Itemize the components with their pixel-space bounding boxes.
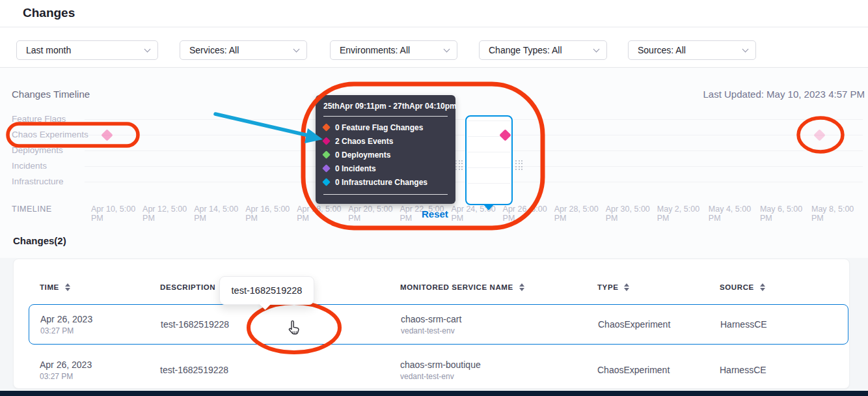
axis-tick-date: May 8, 5:00 xyxy=(811,205,861,214)
axis-tick: May 8, 5:00 PM xyxy=(811,205,861,223)
legend-label: 0 Infrastructure Changes xyxy=(335,178,427,187)
cursor-icon xyxy=(286,320,302,340)
legend-label: 0 Deployments xyxy=(335,150,390,160)
filter-dropdown[interactable]: Environments: All xyxy=(330,40,457,60)
column-header-label: TYPE xyxy=(597,283,618,291)
filter-bar: Last month Services: All Environments: A… xyxy=(0,27,868,68)
filter-dropdown-value: Services: All xyxy=(189,45,239,55)
bottom-bar xyxy=(0,391,868,396)
changes-page: Changes Last month Services: All Environ… xyxy=(0,0,868,396)
reset-button[interactable]: Reset xyxy=(422,208,448,219)
filter-dropdown[interactable]: Services: All xyxy=(180,40,307,60)
brush-gridline xyxy=(468,167,510,168)
legend-label: 0 Feature Flag Changes xyxy=(335,123,423,132)
chevron-down-icon xyxy=(293,46,300,53)
axis-tick-suffix: PM xyxy=(451,214,500,223)
axis-tick-date: Apr 14, 5:00 xyxy=(194,205,243,214)
filter-dropdown-value: Sources: All xyxy=(638,45,686,55)
axis-tick: May 2, 5:00 PM xyxy=(657,205,707,223)
filter-dropdown[interactable]: Sources: All xyxy=(628,40,756,60)
cell-monitored-service: chaos-srm-cartvedant-test-env xyxy=(401,305,461,344)
column-header-label: SOURCE xyxy=(720,283,754,291)
changes-timeline-section: Changes Timeline Last Updated: May 10, 2… xyxy=(0,68,868,258)
axis-tick-date: May 4, 5:00 xyxy=(709,205,758,214)
timeline-axis-label: TIMELINE xyxy=(12,205,52,214)
sort-icon[interactable] xyxy=(760,283,765,291)
changes-count-title: Changes(2) xyxy=(13,235,66,246)
sort-icon[interactable] xyxy=(624,283,629,291)
axis-tick: Apr 20, 5:00 PM xyxy=(348,205,398,223)
axis-tick-date: Apr 16, 5:00 xyxy=(245,205,295,214)
axis-tick-suffix: PM xyxy=(348,214,398,223)
table-row[interactable]: Apr 26, 202303:27 PM test-1682519228 cha… xyxy=(29,350,848,389)
axis-tick-date: Apr 26, 5:00 xyxy=(503,205,552,214)
column-header[interactable]: MONITORED SERVICE NAME xyxy=(400,281,524,294)
axis-tick-date: Apr 10, 5:00 xyxy=(91,205,141,214)
axis-tick: May 6, 5:00 PM xyxy=(760,205,809,223)
cell-type: ChaosExperiment xyxy=(598,305,670,344)
lane-label: Infrastructure xyxy=(12,177,64,186)
legend-label: 2 Chaos Events xyxy=(335,137,393,146)
axis-tick-suffix: PM xyxy=(709,214,758,223)
axis-tick: Apr 16, 5:00 PM xyxy=(245,205,295,223)
brush-gridline xyxy=(468,120,510,121)
brush-handle-right[interactable] xyxy=(515,158,523,172)
brush-gridline xyxy=(468,152,510,152)
axis-tick-date: May 2, 5:00 xyxy=(657,205,707,214)
column-header[interactable]: TIME xyxy=(40,281,70,294)
cell-description: test-1682519228 xyxy=(160,350,228,389)
axis-tick: Apr 14, 5:00 PM xyxy=(194,205,243,223)
lane-label: Incidents xyxy=(12,161,47,171)
legend-item: 0 Infrastructure Changes xyxy=(323,175,448,189)
chevron-down-icon xyxy=(593,46,600,53)
chevron-down-icon xyxy=(742,46,749,53)
axis-tick-suffix: PM xyxy=(297,214,346,223)
cell-source: HarnessCE xyxy=(720,305,767,344)
legend-label: 0 Incidents xyxy=(335,164,376,173)
filter-dropdown[interactable]: Last month xyxy=(16,40,158,60)
legend-diamond-icon xyxy=(322,150,331,159)
axis-tick-suffix: PM xyxy=(606,214,655,223)
axis-tick-suffix: PM xyxy=(657,214,707,223)
lane-label: Chaos Experiments xyxy=(12,130,88,139)
brush-handle-left[interactable] xyxy=(455,158,463,172)
axis-tick-suffix: PM xyxy=(811,214,861,223)
cell-type: ChaosExperiment xyxy=(597,350,670,389)
table-row[interactable]: Apr 26, 202303:27 PM test-1682519228 cha… xyxy=(29,304,848,345)
axis-tick: May 4, 5:00 PM xyxy=(709,205,758,223)
axis-tick-date: Apr 12, 5:00 xyxy=(142,205,192,214)
column-header[interactable]: TYPE xyxy=(597,281,629,294)
legend-item: 0 Feature Flag Changes xyxy=(323,120,448,134)
axis-tick-date: Apr 30, 5:00 xyxy=(606,205,655,214)
range-tooltip-legend: 0 Feature Flag Changes 2 Chaos Events 0 … xyxy=(323,120,448,189)
axis-tick-date: May 6, 5:00 xyxy=(760,205,809,214)
description-tooltip-text: test-1682519228 xyxy=(232,285,303,296)
brush-selection[interactable] xyxy=(465,115,513,205)
lane-label: Feature Flags xyxy=(12,114,66,124)
axis-tick: Apr 10, 5:00 PM xyxy=(91,205,141,223)
top-bar: Changes xyxy=(0,0,868,27)
legend-item: 2 Chaos Events xyxy=(323,134,448,148)
axis-tick-date: Apr 18, 5:00 xyxy=(297,205,346,214)
legend-item: 0 Incidents xyxy=(323,162,448,175)
axis-tick-date: Apr 28, 5:00 xyxy=(554,205,604,214)
axis-tick: Apr 18, 5:00 PM xyxy=(297,205,346,223)
axis-tick-suffix: PM xyxy=(142,214,192,223)
column-header-label: TIME xyxy=(40,283,59,291)
legend-diamond-icon xyxy=(322,164,331,173)
axis-tick: Apr 30, 5:00 PM xyxy=(606,205,655,223)
column-header[interactable]: DESCRIPTION xyxy=(160,281,226,294)
sort-icon[interactable] xyxy=(65,283,70,291)
legend-diamond-icon xyxy=(322,137,331,145)
cell-monitored-service: chaos-srm-boutiquevedant-test-env xyxy=(400,350,481,389)
filter-dropdown-value: Change Types: All xyxy=(489,45,562,55)
axis-tick-suffix: PM xyxy=(503,214,552,223)
range-tooltip: 25thApr 09:11pm - 27thApr 04:10pm 0 Feat… xyxy=(316,95,455,204)
sort-icon[interactable] xyxy=(519,283,524,291)
axis-tick: Apr 12, 5:00 PM xyxy=(142,205,192,223)
lane-label: Deployments xyxy=(12,145,63,155)
column-header[interactable]: SOURCE xyxy=(720,281,765,294)
last-updated-text: Last Updated: May 10, 2023 4:57 PM xyxy=(703,89,865,100)
chevron-down-icon xyxy=(444,46,450,53)
filter-dropdown[interactable]: Change Types: All xyxy=(479,40,607,60)
